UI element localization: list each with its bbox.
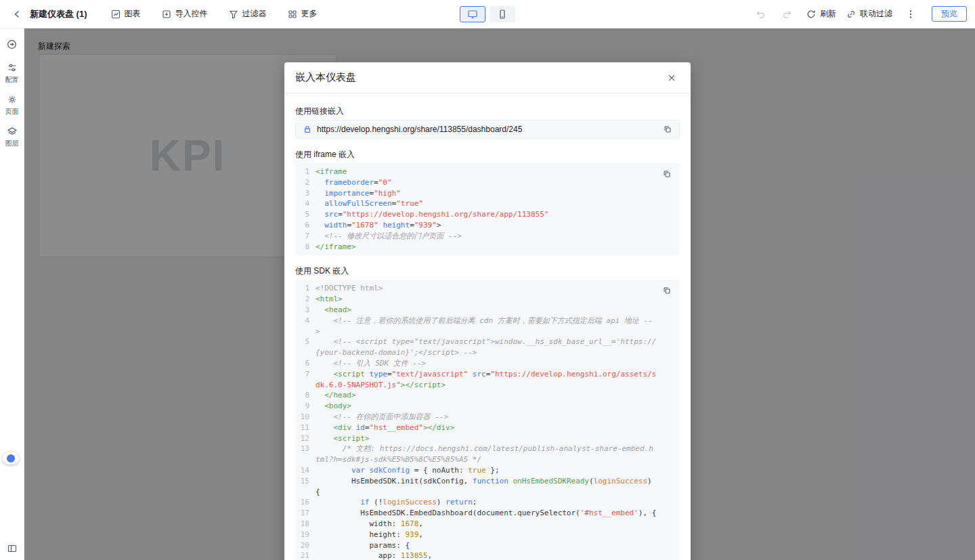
undo-icon <box>755 9 766 20</box>
line-number: 4 <box>295 316 316 337</box>
code-line: 4 <!-- 注意，若你的系统使用了前后端分离 cdn 方案时，需要如下方式指定… <box>295 316 680 337</box>
refresh-icon <box>806 9 817 20</box>
code-line: 3 <head> <box>295 305 680 316</box>
code-line: 12 <script> <box>295 433 680 444</box>
line-number: 20 <box>295 540 316 551</box>
page-title: 新建仪表盘 (1) <box>30 8 87 20</box>
layers-icon <box>7 126 18 137</box>
code-line: 1<!DOCTYPE html> <box>295 283 680 294</box>
close-icon <box>667 73 676 83</box>
line-number: 4 <box>295 198 316 209</box>
sidebar-item-label: 页面 <box>5 107 19 116</box>
sidebar-item-config[interactable]: 配置 <box>5 62 19 85</box>
code-line: 3 importance="high" <box>295 188 680 199</box>
iframe-embed-label: 使用 iframe 嵌入 <box>295 149 680 160</box>
link-icon <box>846 9 857 20</box>
link-embed-label: 使用链接嵌入 <box>295 106 680 117</box>
code-line: 7 <script type="text/javascript" src="ht… <box>295 369 680 391</box>
kebab-menu-button[interactable] <box>902 5 919 23</box>
line-number: 19 <box>295 530 316 540</box>
menu-item-label: 过滤器 <box>242 8 267 20</box>
copy-sdk-button[interactable] <box>660 284 674 297</box>
toolbar: 新建仪表盘 (1) 图表 导入控件 过滤器 更多 <box>0 0 975 28</box>
link-filter-label: 联动过滤 <box>860 8 892 20</box>
line-number: 9 <box>295 401 316 412</box>
share-url-field[interactable]: https://develop.hengshi.org/share/113855… <box>295 120 680 139</box>
sidebar-item-label: 图层 <box>5 139 19 148</box>
chart-icon <box>110 9 121 20</box>
line-number: 10 <box>295 412 316 423</box>
filter-icon <box>228 9 239 20</box>
modal-header: 嵌入本仪表盘 <box>284 62 691 93</box>
code-line: 1<iframe <box>295 167 680 177</box>
line-number: 2 <box>295 177 316 188</box>
mobile-icon <box>497 9 508 20</box>
code-line: 5 <!-- <script type="text/javascript">wi… <box>295 337 680 358</box>
line-number: 13 <box>295 444 316 465</box>
line-number: 7 <box>295 369 316 391</box>
refresh-button[interactable]: 刷新 <box>806 8 836 20</box>
toggle-left-panel-button[interactable] <box>7 543 18 554</box>
close-button[interactable] <box>664 70 680 86</box>
code-line: 10 <!-- 在你的页面中添加容器 --> <box>295 412 680 423</box>
code-line: 13 /* 文档: https://docs.hengshi.com/lates… <box>295 444 680 465</box>
collapse-panel-button[interactable] <box>3 35 21 53</box>
more-grid-icon <box>287 9 298 20</box>
copy-icon <box>662 169 672 179</box>
gear-icon <box>7 94 18 105</box>
line-number: 6 <box>295 358 316 369</box>
sdk-code: 1<!DOCTYPE html>2<html>3 <head>4 <!-- 注意… <box>295 283 680 560</box>
line-number: 2 <box>295 294 316 305</box>
toolbar-right: 刷新 联动过滤 预览 <box>752 5 967 23</box>
link-filter-button[interactable]: 联动过滤 <box>846 8 892 20</box>
line-number: 14 <box>295 465 316 476</box>
line-number: 16 <box>295 497 316 508</box>
preview-button[interactable]: 预览 <box>932 6 967 22</box>
line-number: 18 <box>295 519 316 530</box>
menu-item-more[interactable]: 更多 <box>287 8 318 20</box>
back-button[interactable] <box>8 5 26 23</box>
menu-item-label: 导入控件 <box>175 8 208 20</box>
kebab-icon <box>905 9 916 20</box>
line-number: 3 <box>295 188 316 199</box>
lock-icon <box>303 125 312 134</box>
code-line: 20 params: { <box>295 540 680 551</box>
line-number: 8 <box>295 390 316 401</box>
sidebar-item-pages[interactable]: 页面 <box>5 94 19 116</box>
circle-arrow-icon <box>6 39 18 50</box>
line-number: 21 <box>295 551 316 560</box>
assistant-handle[interactable] <box>3 452 19 465</box>
line-number: 1 <box>295 167 316 177</box>
code-line: 11 <div id="hst__embed"></div> <box>295 423 680 433</box>
code-line: 16 if (!loginSuccess) return; <box>295 497 680 508</box>
redo-button[interactable] <box>779 5 796 23</box>
menu-item-label: 图表 <box>125 8 141 20</box>
copy-iframe-button[interactable] <box>660 167 674 181</box>
code-line: 2<html> <box>295 294 680 305</box>
line-number: 12 <box>295 433 316 444</box>
menu-item-import-widget[interactable]: 导入控件 <box>161 8 208 20</box>
copy-icon <box>662 286 672 295</box>
sidebar-item-layers[interactable]: 图层 <box>5 126 19 148</box>
code-line: 4 allowFullScreen="true" <box>295 198 680 209</box>
sdk-code-block: 1<!DOCTYPE html>2<html>3 <head>4 <!-- 注意… <box>295 280 680 560</box>
undo-button[interactable] <box>752 5 769 23</box>
sidebar: 配置 页面 图层 <box>0 28 24 560</box>
mobile-view-button[interactable] <box>490 6 515 22</box>
code-line: 6 width="1678" height="939"> <box>295 220 680 231</box>
menu-item-chart[interactable]: 图表 <box>110 8 141 20</box>
code-line: 21 app: 113855, <box>295 551 680 560</box>
code-line: 2 frameborder="0" <box>295 177 680 188</box>
embed-dashboard-modal: 嵌入本仪表盘 使用链接嵌入 https://develop.hengshi.or… <box>284 62 691 560</box>
iframe-code-block: 1<iframe2 frameborder="0"3 importance="h… <box>295 163 680 255</box>
code-line: 7 <!-- 修改尺寸以适合您的门户页面 --> <box>295 231 680 242</box>
modal-title: 嵌入本仪表盘 <box>295 71 356 84</box>
code-line: 15 HsEmbedSDK.init(sdkConfig, function o… <box>295 476 680 498</box>
desktop-view-button[interactable] <box>460 6 485 22</box>
line-number: 5 <box>295 209 316 220</box>
menu-item-filter[interactable]: 过滤器 <box>228 8 267 20</box>
copy-url-button[interactable] <box>661 123 674 136</box>
code-line: 8</iframe> <box>295 242 680 253</box>
config-sliders-icon <box>7 62 18 73</box>
code-line: 9 <body> <box>295 401 680 412</box>
